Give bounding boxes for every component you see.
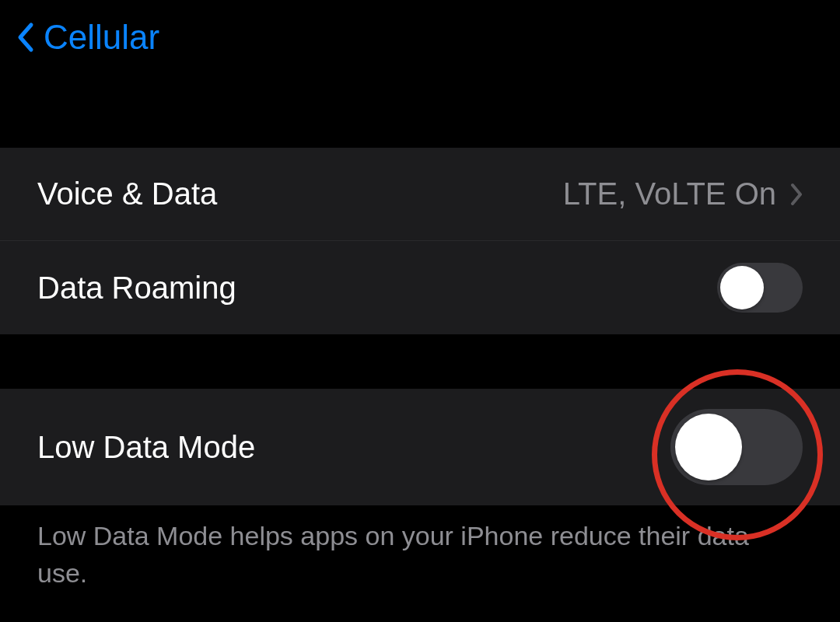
settings-group-2: Low Data Mode bbox=[0, 389, 840, 505]
low-data-mode-toggle[interactable] bbox=[670, 409, 803, 485]
voice-data-value: LTE, VoLTE On bbox=[563, 176, 776, 211]
back-label: Cellular bbox=[44, 18, 159, 57]
low-data-mode-label: Low Data Mode bbox=[37, 430, 255, 465]
voice-data-right: LTE, VoLTE On bbox=[563, 176, 803, 211]
spacer bbox=[0, 334, 840, 389]
data-roaming-toggle[interactable] bbox=[717, 263, 803, 313]
back-chevron-icon bbox=[16, 22, 34, 53]
settings-group-1: Voice & Data LTE, VoLTE On Data Roaming bbox=[0, 148, 840, 334]
spacer bbox=[0, 74, 840, 148]
low-data-mode-row: Low Data Mode bbox=[0, 389, 840, 505]
voice-data-label: Voice & Data bbox=[37, 176, 217, 211]
low-data-mode-footer: Low Data Mode helps apps on your iPhone … bbox=[0, 505, 840, 592]
voice-data-row[interactable]: Voice & Data LTE, VoLTE On bbox=[0, 148, 840, 241]
chevron-right-icon bbox=[790, 183, 803, 206]
toggle-knob bbox=[675, 414, 742, 480]
back-button[interactable]: Cellular bbox=[16, 18, 159, 57]
data-roaming-label: Data Roaming bbox=[37, 271, 236, 306]
toggle-knob bbox=[720, 266, 764, 309]
data-roaming-row: Data Roaming bbox=[0, 241, 840, 334]
nav-bar: Cellular bbox=[0, 0, 840, 74]
